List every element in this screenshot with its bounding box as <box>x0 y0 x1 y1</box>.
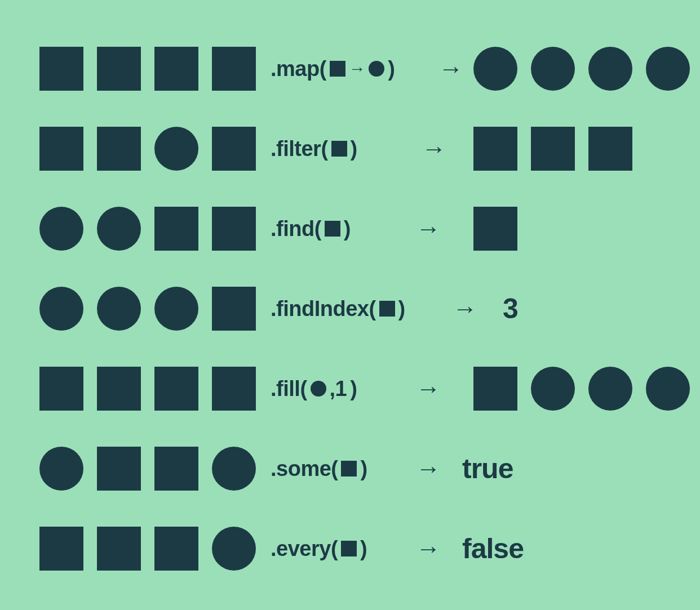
output-circle-icon <box>531 367 575 411</box>
input-array <box>39 527 271 571</box>
method-label: .find() <box>271 217 383 241</box>
output-square-icon <box>588 127 632 171</box>
input-square-icon <box>212 207 256 251</box>
method-suffix: ) <box>360 537 367 561</box>
arg-square-icon <box>331 141 347 157</box>
method-prefix: .fill( <box>271 377 307 401</box>
output-text: true <box>462 452 513 485</box>
input-circle-icon <box>212 447 256 491</box>
method-suffix: ) <box>398 297 405 321</box>
input-square-icon <box>212 127 256 171</box>
result-arrow-icon: → <box>383 375 473 403</box>
input-circle-icon <box>39 207 83 251</box>
method-prefix: .map( <box>271 57 326 81</box>
output <box>473 127 632 171</box>
arg-square-icon <box>341 461 357 477</box>
method-suffix: ) <box>351 137 357 161</box>
input-array <box>39 367 271 411</box>
input-array <box>39 287 271 331</box>
method-suffix: ) <box>350 377 357 401</box>
input-array <box>39 207 271 251</box>
arg-square-icon <box>325 221 340 237</box>
arg-circle-icon <box>311 381 326 397</box>
input-circle-icon <box>97 287 141 331</box>
output-circle-icon <box>588 367 632 411</box>
output: true <box>462 452 513 485</box>
input-square-icon <box>97 367 141 411</box>
method-suffix: ) <box>388 57 395 81</box>
method-suffix: ) <box>360 457 367 481</box>
output-circle-icon <box>531 47 575 91</box>
output-square-icon <box>473 367 517 411</box>
input-square-icon <box>212 47 256 91</box>
input-square-icon <box>154 527 198 571</box>
row-every: .every()→false <box>39 525 661 572</box>
result-arrow-icon: → <box>428 55 473 83</box>
output <box>473 367 690 411</box>
input-circle-icon <box>39 447 83 491</box>
row-filter: .filter()→ <box>39 125 661 172</box>
input-square-icon <box>154 207 198 251</box>
output-circle-icon <box>646 367 690 411</box>
output-circle-icon <box>646 47 690 91</box>
method-label: .fill(,1 ) <box>271 377 383 401</box>
method-suffix: ) <box>344 217 351 241</box>
output-square-icon <box>473 207 517 251</box>
result-arrow-icon: → <box>395 135 473 163</box>
input-array <box>39 447 271 491</box>
row-find: .find()→ <box>39 205 661 252</box>
input-circle-icon <box>97 207 141 251</box>
output: 3 <box>490 292 518 325</box>
method-prefix: .every( <box>271 537 338 561</box>
input-square-icon <box>39 47 83 91</box>
input-square-icon <box>154 47 198 91</box>
arg-square-icon <box>379 301 395 317</box>
method-label: .filter() <box>271 137 395 161</box>
method-prefix: .filter( <box>271 137 328 161</box>
result-arrow-icon: → <box>395 535 462 563</box>
row-fill: .fill(,1 )→ <box>39 365 661 412</box>
input-square-icon <box>97 127 141 171</box>
output-square-icon <box>473 127 517 171</box>
arg-circle-icon <box>369 61 384 77</box>
output-circle-icon <box>473 47 517 91</box>
input-square-icon <box>212 287 256 331</box>
method-label: .every() <box>271 537 395 561</box>
output-text: 3 <box>503 292 518 325</box>
input-square-icon <box>39 527 83 571</box>
input-array <box>39 47 271 91</box>
input-square-icon <box>154 447 198 491</box>
method-label: .map(→) <box>271 57 428 81</box>
arg-text: ,1 <box>330 377 347 401</box>
method-prefix: .find( <box>271 217 321 241</box>
input-square-icon <box>212 367 256 411</box>
row-map: .map(→)→ <box>39 45 661 92</box>
input-circle-icon <box>154 287 198 331</box>
arg-square-icon <box>330 61 345 77</box>
input-square-icon <box>97 447 141 491</box>
row-findIndex: .findIndex()→3 <box>39 285 661 332</box>
method-label: .findIndex() <box>271 297 440 321</box>
input-array <box>39 127 271 171</box>
output <box>473 47 690 91</box>
input-square-icon <box>39 367 83 411</box>
input-square-icon <box>154 367 198 411</box>
method-prefix: .some( <box>271 457 338 481</box>
input-square-icon <box>39 127 83 171</box>
output: false <box>462 532 524 565</box>
arg-square-icon <box>341 541 357 556</box>
result-arrow-icon: → <box>440 295 490 323</box>
array-methods-diagram: .map(→)→.filter()→.find()→.findIndex()→3… <box>39 45 661 572</box>
output <box>473 207 517 251</box>
input-circle-icon <box>39 287 83 331</box>
input-square-icon <box>97 527 141 571</box>
row-some: .some()→true <box>39 445 661 492</box>
input-circle-icon <box>212 527 256 571</box>
arg-arrow-icon: → <box>349 59 366 78</box>
output-square-icon <box>531 127 575 171</box>
input-square-icon <box>97 47 141 91</box>
result-arrow-icon: → <box>395 455 462 483</box>
method-label: .some() <box>271 457 395 481</box>
output-text: false <box>462 532 524 565</box>
result-arrow-icon: → <box>383 215 473 243</box>
